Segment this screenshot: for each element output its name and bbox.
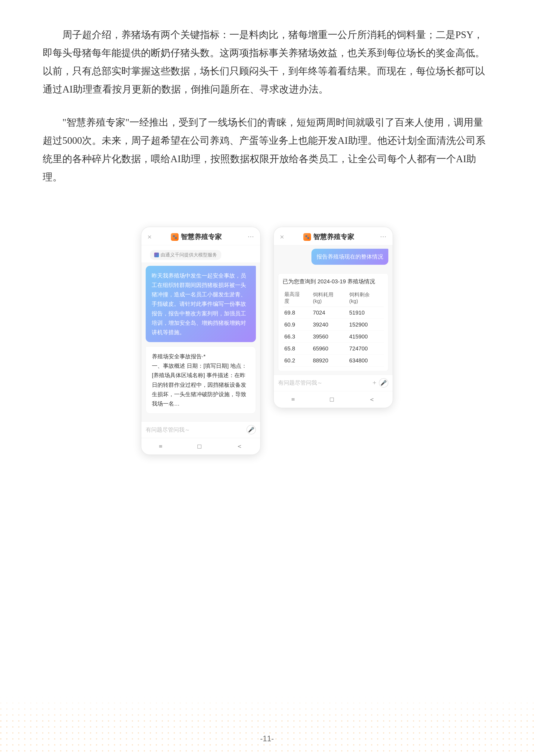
left-nav-menu-icon[interactable]: ≡ bbox=[159, 443, 163, 450]
table-cell-1-1: 39240 bbox=[311, 319, 348, 331]
service-tag-icon bbox=[154, 253, 159, 257]
table-row: 60.288920634800 bbox=[282, 355, 384, 366]
right-phone-title-area: 🐾 智慧养殖专家ゞ bbox=[303, 232, 361, 242]
table-cell-2-1: 39560 bbox=[311, 331, 348, 342]
data-table: 最高湿度 饲料耗用(kg) 饲料剩余(kg) 69.870245191060.9… bbox=[282, 289, 384, 367]
right-phone-chat-area: 报告养殖场现在的整体情况 已为您查询到 2024-03-19 养殖场情况 最高湿… bbox=[274, 245, 392, 375]
right-mic-icon: 🎤 bbox=[381, 380, 387, 386]
right-phone-more-btn[interactable]: ··· bbox=[380, 233, 387, 241]
left-phone-title-area: 🐾 智慧养殖专家ゞ bbox=[171, 232, 229, 242]
mic-icon: 🎤 bbox=[248, 427, 254, 433]
table-cell-2-2: 415900 bbox=[348, 331, 384, 342]
table-cell-2-0: 66.3 bbox=[282, 331, 311, 342]
left-nav-home-icon[interactable]: □ bbox=[197, 443, 201, 450]
table-cell-0-1: 7024 bbox=[311, 307, 348, 319]
dot-pattern-svg bbox=[0, 696, 534, 756]
paragraph-2: "智慧养殖专家"一经推出，受到了一线场长们的青睐，短短两周时间就吸引了百来人使用… bbox=[43, 113, 491, 186]
phones-section: × 🐾 智慧养殖专家ゞ ··· 由通义千问提供大模型服务 bbox=[0, 218, 534, 464]
table-cell-1-2: 152900 bbox=[348, 319, 384, 331]
page-container: 周子超介绍，养猪场有两个关键指标：一是料肉比，猪每增重一公斤所消耗的饲料量；二是… bbox=[0, 0, 534, 756]
table-row: 65.865960724700 bbox=[282, 342, 384, 355]
left-phone-nav: ≡ □ ＜ bbox=[142, 438, 260, 454]
left-phone-mic-button[interactable]: 🎤 bbox=[247, 425, 256, 434]
table-cell-3-2: 724700 bbox=[348, 342, 384, 355]
right-phone-data-response: 已为您查询到 2024-03-19 养殖场情况 最高湿度 饲料耗用(kg) 饲料… bbox=[278, 273, 388, 371]
table-cell-0-2: 51910 bbox=[348, 307, 384, 319]
right-nav-menu-icon[interactable]: ≡ bbox=[291, 396, 295, 403]
svg-rect-2 bbox=[0, 696, 534, 756]
table-row: 69.8702451910 bbox=[282, 307, 384, 319]
table-cell-0-0: 69.8 bbox=[282, 307, 311, 319]
table-cell-3-0: 65.8 bbox=[282, 342, 311, 355]
right-nav-home-icon[interactable]: □ bbox=[330, 396, 334, 403]
service-tag-text: 由通义千问提供大模型服务 bbox=[161, 252, 217, 258]
right-phone-header: × 🐾 智慧养殖专家ゞ ··· bbox=[274, 227, 392, 245]
right-phone: × 🐾 智慧养殖专家ゞ ··· 报告养殖场现在的整体情况 bbox=[273, 227, 393, 408]
right-phone-nav: ≡ □ ＜ bbox=[274, 391, 392, 408]
text-area: 周子超介绍，养猪场有两个关键指标：一是料肉比，猪每增重一公斤所消耗的饲料量；二是… bbox=[0, 0, 534, 214]
table-header-feed-remain: 饲料剩余(kg) bbox=[348, 289, 384, 307]
left-phone-close-btn[interactable]: × bbox=[147, 232, 152, 241]
paragraph-1-text: 周子超介绍，养猪场有两个关键指标：一是料肉比，猪每增重一公斤所消耗的饲料量；二是… bbox=[43, 29, 485, 94]
right-nav-back-icon[interactable]: ＜ bbox=[369, 395, 375, 404]
left-phone-user-message: 昨天我养殖场中发生一起安全事故，员工在组织转群期间因挡猪板损坏被一头猪冲撞，造成… bbox=[152, 272, 246, 336]
left-phone-input-placeholder[interactable]: 有问题尽管问我～ bbox=[146, 426, 244, 434]
right-phone-mic-button[interactable]: 🎤 bbox=[379, 378, 388, 388]
table-row: 60.939240152900 bbox=[282, 319, 384, 331]
table-cell-1-0: 60.9 bbox=[282, 319, 311, 331]
right-phone-title-text: 智慧养殖专家ゞ bbox=[313, 232, 361, 242]
left-phone-header: × 🐾 智慧养殖专家ゞ ··· bbox=[142, 227, 260, 245]
left-phone-input-area: 有问题尽管问我～ 🎤 bbox=[142, 421, 260, 438]
left-phone-assistant-bubble: 养殖场安全事故报告·*一、事故概述 日期：[填写日期] 地点：[养殖场具体区域名… bbox=[146, 346, 256, 414]
left-phone: × 🐾 智慧养殖专家ゞ ··· 由通义千问提供大模型服务 bbox=[141, 227, 261, 455]
right-phone-plus-icon[interactable]: + bbox=[373, 379, 376, 387]
table-cell-3-1: 65960 bbox=[311, 342, 348, 355]
left-nav-back-icon[interactable]: ＜ bbox=[236, 442, 243, 451]
right-phone-icon-emoji: 🐾 bbox=[305, 235, 309, 239]
right-phone-close-btn[interactable]: × bbox=[280, 232, 284, 241]
paragraph-2-text: "智慧养殖专家"一经推出，受到了一线场长们的青睐，短短两周时间就吸引了百来人使用… bbox=[43, 117, 486, 182]
service-tag: 由通义千问提供大模型服务 bbox=[150, 250, 221, 260]
table-row: 66.339560415900 bbox=[282, 331, 384, 342]
right-phone-input-placeholder[interactable]: 有问题尽管问我～ bbox=[278, 379, 370, 387]
right-phone-response-title: 已为您查询到 2024-03-19 养殖场情况 bbox=[282, 278, 384, 285]
left-phone-icon-emoji: 🐾 bbox=[173, 235, 177, 239]
left-phone-chat-area: 昨天我养殖场中发生一起安全事故，员工在组织转群期间因挡猪板损坏被一头猪冲撞，造成… bbox=[142, 262, 260, 421]
page-number: -11- bbox=[260, 734, 274, 743]
right-query-wrapper: 报告养殖场现在的整体情况 bbox=[278, 249, 388, 269]
table-cell-4-2: 634800 bbox=[348, 355, 384, 366]
right-phone-query-bubble: 报告养殖场现在的整体情况 bbox=[311, 249, 388, 265]
table-header-feed-used: 饲料耗用(kg) bbox=[311, 289, 348, 307]
dot-pattern-decoration bbox=[0, 696, 534, 756]
right-phone-input-area: 有问题尽管问我～ + 🎤 bbox=[274, 375, 392, 391]
paragraph-1: 周子超介绍，养猪场有两个关键指标：一是料肉比，猪每增重一公斤所消耗的饲料量；二是… bbox=[43, 26, 491, 98]
left-phone-more-btn[interactable]: ··· bbox=[248, 233, 254, 241]
table-cell-4-0: 60.2 bbox=[282, 355, 311, 366]
right-phone-query-text: 报告养殖场现在的整体情况 bbox=[317, 254, 383, 260]
left-phone-user-bubble: 昨天我养殖场中发生一起安全事故，员工在组织转群期间因挡猪板损坏被一头猪冲撞，造成… bbox=[146, 266, 256, 342]
left-phone-title-text: 智慧养殖专家ゞ bbox=[181, 232, 229, 242]
table-cell-4-1: 88920 bbox=[311, 355, 348, 366]
right-phone-title-icon: 🐾 bbox=[303, 233, 311, 241]
service-tag-wrapper: 由通义千问提供大模型服务 bbox=[142, 245, 260, 262]
left-phone-title-icon: 🐾 bbox=[171, 233, 178, 241]
table-header-humidity: 最高湿度 bbox=[282, 289, 311, 307]
left-phone-assistant-message: 养殖场安全事故报告·*一、事故概述 日期：[填写日期] 地点：[养殖场具体区域名… bbox=[152, 353, 247, 407]
